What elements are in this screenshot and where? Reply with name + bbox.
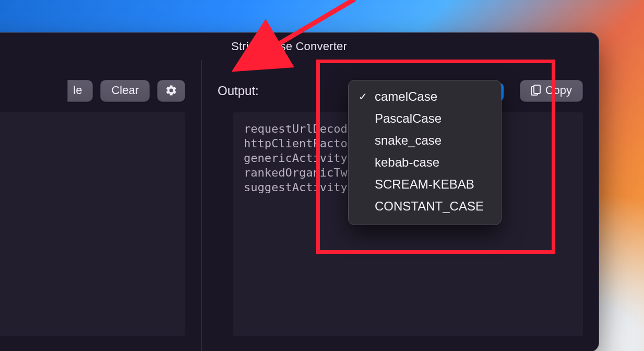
case-option-screamkebab[interactable]: SCREAM-KEBAB [349, 173, 501, 195]
case-option-label: kebab-case [375, 155, 439, 170]
output-pane: Output: Copy requestUrlDecod httpClientF… [202, 60, 599, 351]
input-toolbar: le Clear [0, 80, 201, 102]
case-option-constantcase[interactable]: CONSTANT_CASE [349, 195, 501, 217]
case-dropdown-menu: ✓ camelCase PascalCase snake_case kebab-… [348, 80, 502, 225]
checkmark-icon: ✓ [357, 90, 368, 103]
clear-button[interactable]: Clear [100, 80, 150, 102]
input-pane: le Clear s [0, 60, 202, 351]
case-option-label: SCREAM-KEBAB [375, 177, 474, 192]
output-label: Output: [218, 84, 259, 98]
case-option-label: camelCase [375, 89, 437, 104]
sample-button[interactable]: le [67, 80, 93, 102]
output-line: suggestActivity [244, 181, 348, 194]
case-option-pascalcase[interactable]: PascalCase [349, 108, 501, 130]
clear-button-label: Clear [111, 84, 139, 97]
copy-button[interactable]: Copy [520, 80, 583, 102]
copy-button-label: Copy [545, 84, 572, 97]
gear-icon [165, 84, 177, 97]
window-body: le Clear s Output: [0, 60, 599, 351]
case-option-label: snake_case [375, 133, 442, 148]
output-line: httpClientFacto [244, 137, 348, 150]
input-textarea[interactable]: s [0, 112, 185, 336]
case-option-label: PascalCase [375, 111, 442, 126]
app-window: String Case Converter le Clear [0, 32, 599, 351]
output-line: genericActivity [244, 151, 348, 165]
window-titlebar: String Case Converter [0, 33, 599, 60]
sample-button-label-fragment: le [73, 84, 82, 97]
copy-icon [531, 85, 541, 96]
case-option-kebabcase[interactable]: kebab-case [349, 151, 501, 173]
case-option-label: CONSTANT_CASE [375, 199, 484, 214]
svg-rect-1 [534, 85, 540, 93]
window-title: String Case Converter [231, 40, 347, 53]
settings-button[interactable] [157, 80, 185, 102]
case-option-snakecase[interactable]: snake_case [349, 130, 501, 151]
case-option-camelcase[interactable]: ✓ camelCase [349, 86, 501, 108]
output-line: rankedOrganicTw [244, 166, 348, 179]
output-line: requestUrlDecod [244, 122, 348, 135]
